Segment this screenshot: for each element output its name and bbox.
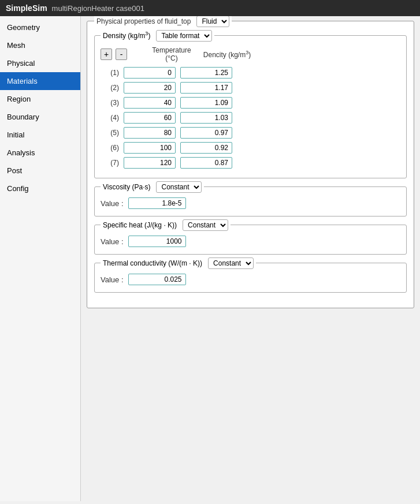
density-input-3[interactable] bbox=[180, 97, 232, 109]
title-bar: SimpleSim multiRegionHeater case001 bbox=[0, 0, 420, 16]
sidebar-item-config[interactable]: Config bbox=[0, 180, 80, 197]
temp-input-6[interactable] bbox=[124, 142, 176, 154]
sidebar-item-mesh[interactable]: Mesh bbox=[0, 36, 80, 54]
temp-input-7[interactable] bbox=[124, 157, 176, 169]
density-input-6[interactable] bbox=[180, 142, 232, 154]
thermal-conductivity-row: Value : bbox=[101, 274, 400, 285]
project-name: multiRegionHeater case001 bbox=[52, 4, 144, 13]
content-area: Physical properties of fluid_top Fluid D… bbox=[81, 16, 420, 501]
main-layout: Geometry Mesh Physical Materials Region … bbox=[0, 16, 420, 501]
row-index-2: (2) bbox=[101, 84, 119, 92]
table-row: (1) bbox=[101, 67, 400, 79]
sidebar-item-physical[interactable]: Physical bbox=[0, 54, 80, 72]
density-section: Density (kg/m3) Table format + - Tempera… bbox=[94, 35, 407, 178]
sidebar-item-region[interactable]: Region bbox=[0, 90, 80, 108]
density-input-5[interactable] bbox=[180, 127, 232, 139]
temp-input-5[interactable] bbox=[124, 127, 176, 139]
thermal-conductivity-legend: Thermal conductivity (W/(m · K)) Constan… bbox=[101, 257, 256, 269]
temp-input-4[interactable] bbox=[124, 112, 176, 124]
app-name: SimpleSim bbox=[6, 3, 47, 13]
row-index-3: (3) bbox=[101, 99, 119, 107]
viscosity-input[interactable] bbox=[128, 197, 186, 209]
specific-heat-value-label: Value : bbox=[101, 237, 124, 246]
table-row: (5) bbox=[101, 127, 400, 139]
table-row: (7) bbox=[101, 157, 400, 169]
density-input-2[interactable] bbox=[180, 82, 232, 94]
density-header: + - Temperature (°C) Dencity (kg/m3) bbox=[101, 46, 400, 62]
temp-input-3[interactable] bbox=[124, 97, 176, 109]
row-index-5: (5) bbox=[101, 129, 119, 137]
density-rows-container: (1) (2) (3) (4) (5) (6) (7) bbox=[101, 67, 400, 169]
thermal-conductivity-input[interactable] bbox=[128, 274, 186, 285]
density-col-header: Dencity (kg/m3) bbox=[201, 50, 253, 59]
sidebar-item-initial[interactable]: Initial bbox=[0, 126, 80, 144]
sidebar-item-geometry[interactable]: Geometry bbox=[0, 18, 80, 36]
viscosity-value-label: Value : bbox=[101, 199, 124, 208]
thermal-conductivity-section: Thermal conductivity (W/(m · K)) Constan… bbox=[94, 263, 407, 293]
specific-heat-input[interactable] bbox=[128, 236, 186, 247]
remove-row-button[interactable]: - bbox=[116, 48, 127, 60]
add-row-button[interactable]: + bbox=[101, 48, 112, 60]
table-row: (3) bbox=[101, 97, 400, 109]
density-input-4[interactable] bbox=[180, 112, 232, 124]
sidebar-item-post[interactable]: Post bbox=[0, 162, 80, 180]
sidebar-item-materials[interactable]: Materials bbox=[0, 72, 80, 90]
table-row: (4) bbox=[101, 112, 400, 124]
density-input-7[interactable] bbox=[180, 157, 232, 169]
thermal-conductivity-value-label: Value : bbox=[101, 275, 124, 284]
temp-input-1[interactable] bbox=[124, 67, 176, 79]
fluid-type-select[interactable]: Fluid bbox=[196, 16, 229, 27]
density-format-select[interactable]: Table format bbox=[156, 30, 212, 42]
temp-input-2[interactable] bbox=[124, 82, 176, 94]
row-index-4: (4) bbox=[101, 114, 119, 122]
row-index-7: (7) bbox=[101, 159, 119, 167]
viscosity-legend: Viscosity (Pa·s) Constant bbox=[101, 181, 204, 193]
density-input-1[interactable] bbox=[180, 67, 232, 79]
sidebar-item-boundary[interactable]: Boundary bbox=[0, 108, 80, 126]
table-row: (2) bbox=[101, 82, 400, 94]
density-legend: Density (kg/m3) Table format bbox=[101, 30, 214, 42]
physical-properties-section: Physical properties of fluid_top Fluid D… bbox=[87, 21, 414, 308]
specific-heat-row: Value : bbox=[101, 236, 400, 247]
table-row: (6) bbox=[101, 142, 400, 154]
sidebar-item-analysis[interactable]: Analysis bbox=[0, 144, 80, 162]
row-index-6: (6) bbox=[101, 144, 119, 152]
specific-heat-section: Specific heat (J/(kg · K)) Constant Valu… bbox=[94, 225, 407, 255]
viscosity-format-select[interactable]: Constant bbox=[156, 181, 202, 193]
temp-col-header: Temperature (°C) bbox=[146, 46, 198, 62]
specific-heat-format-select[interactable]: Constant bbox=[183, 219, 228, 231]
row-index-1: (1) bbox=[101, 69, 119, 77]
section-legend: Physical properties of fluid_top Fluid bbox=[94, 16, 232, 27]
thermal-conductivity-format-select[interactable]: Constant bbox=[208, 257, 254, 269]
viscosity-row: Value : bbox=[101, 197, 400, 209]
specific-heat-legend: Specific heat (J/(kg · K)) Constant bbox=[101, 219, 231, 231]
viscosity-section: Viscosity (Pa·s) Constant Value : bbox=[94, 186, 407, 216]
sidebar: Geometry Mesh Physical Materials Region … bbox=[0, 16, 81, 501]
section-title: Physical properties of fluid_top bbox=[96, 17, 191, 25]
